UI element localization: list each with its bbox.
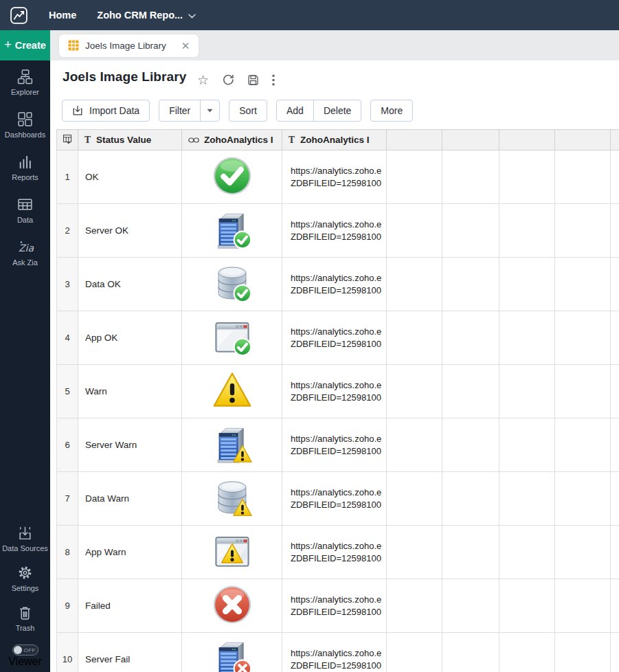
column-header-zohoanalytics-image[interactable]: ZohoAnalytics I	[182, 130, 282, 150]
sidebar-item-reports[interactable]: Reports	[1, 154, 49, 182]
save-icon[interactable]	[247, 74, 259, 86]
empty-cell[interactable]	[499, 204, 555, 258]
sort-button[interactable]: Sort	[229, 100, 267, 122]
create-button[interactable]: + Create	[0, 30, 50, 60]
refresh-icon[interactable]	[222, 74, 234, 86]
empty-cell[interactable]	[499, 526, 555, 579]
empty-cell[interactable]	[442, 150, 499, 204]
sidebar-item-settings[interactable]: Settings	[1, 565, 49, 593]
empty-cell[interactable]	[442, 472, 499, 526]
empty-cell[interactable]	[387, 472, 442, 526]
column-header-zohoanalytics-url[interactable]: T ZohoAnalytics I	[282, 130, 387, 150]
column-header-status-value[interactable]: T Status Value	[78, 130, 182, 150]
image-cell[interactable]	[182, 472, 282, 526]
empty-cell[interactable]	[387, 365, 442, 418]
empty-cell[interactable]	[499, 418, 555, 472]
empty-cell[interactable]	[499, 633, 555, 672]
row-number-cell[interactable]: 5	[57, 365, 78, 418]
empty-cell[interactable]	[499, 472, 555, 526]
empty-cell[interactable]	[442, 633, 499, 672]
row-number-cell[interactable]: 9	[57, 579, 78, 633]
add-button[interactable]: Add	[277, 100, 313, 121]
url-cell[interactable]: https://analytics.zoho.eZDBFILEID=125981…	[282, 365, 387, 418]
url-cell[interactable]: https://analytics.zoho.eZDBFILEID=125981…	[282, 526, 387, 579]
image-cell[interactable]	[182, 579, 282, 633]
delete-button[interactable]: Delete	[313, 100, 361, 121]
empty-cell[interactable]	[611, 633, 619, 672]
empty-cell[interactable]	[387, 150, 442, 204]
empty-cell[interactable]	[387, 526, 442, 579]
tab-close-icon[interactable]: ✕	[181, 41, 190, 51]
empty-cell[interactable]	[555, 258, 611, 311]
empty-cell[interactable]	[499, 311, 555, 365]
row-number-cell[interactable]: 1	[57, 150, 78, 204]
image-cell[interactable]	[182, 418, 282, 472]
status-value-cell[interactable]: Warn	[78, 365, 182, 418]
url-cell[interactable]: https://analytics.zoho.eZDBFILEID=125981…	[282, 633, 387, 672]
empty-cell[interactable]	[499, 579, 555, 633]
empty-cell[interactable]	[555, 633, 611, 672]
sidebar-item-dashboards[interactable]: Dashboards	[1, 111, 49, 139]
empty-column-header[interactable]	[442, 130, 499, 150]
empty-cell[interactable]	[387, 579, 442, 633]
status-value-cell[interactable]: App Warn	[78, 526, 182, 579]
empty-cell[interactable]	[555, 150, 611, 204]
empty-cell[interactable]	[611, 526, 619, 579]
row-number-cell[interactable]: 2	[57, 204, 78, 258]
url-cell[interactable]: https://analytics.zoho.eZDBFILEID=125981…	[282, 418, 387, 472]
empty-cell[interactable]	[611, 311, 619, 365]
empty-cell[interactable]	[387, 258, 442, 311]
url-cell[interactable]: https://analytics.zoho.eZDBFILEID=125981…	[282, 472, 387, 526]
empty-cell[interactable]	[442, 418, 499, 472]
url-cell[interactable]: https://analytics.zoho.eZDBFILEID=125981…	[282, 311, 387, 365]
filter-button[interactable]: Filter	[159, 100, 200, 121]
image-cell[interactable]	[182, 526, 282, 579]
empty-cell[interactable]	[555, 472, 611, 526]
empty-column-header[interactable]	[387, 130, 442, 150]
favorite-star-icon[interactable]: ☆	[197, 74, 209, 87]
image-cell[interactable]	[182, 204, 282, 258]
empty-cell[interactable]	[442, 204, 499, 258]
sidebar-item-explorer[interactable]: Explorer	[1, 69, 49, 97]
status-value-cell[interactable]: Server Fail	[78, 633, 182, 672]
sidebar-item-data-sources[interactable]: Data Sources	[1, 525, 49, 553]
status-value-cell[interactable]: Server Warn	[78, 418, 182, 472]
status-value-cell[interactable]: App OK	[78, 311, 182, 365]
empty-cell[interactable]	[555, 365, 611, 418]
image-cell[interactable]	[182, 150, 282, 204]
url-cell[interactable]: https://analytics.zoho.eZDBFILEID=125981…	[282, 579, 387, 633]
zoho-analytics-logo-icon[interactable]	[10, 6, 28, 25]
filter-dropdown-button[interactable]	[200, 100, 219, 121]
empty-cell[interactable]	[442, 258, 499, 311]
import-data-button[interactable]: Import Data	[62, 100, 150, 122]
empty-cell[interactable]	[442, 311, 499, 365]
empty-cell[interactable]	[611, 365, 619, 418]
empty-cell[interactable]	[387, 633, 442, 672]
row-number-cell[interactable]: 7	[57, 472, 78, 526]
row-number-cell[interactable]: 4	[57, 311, 78, 365]
empty-cell[interactable]	[611, 579, 619, 633]
sidebar-item-trash[interactable]: Trash	[1, 605, 49, 633]
image-cell[interactable]	[182, 365, 282, 418]
image-cell[interactable]	[182, 311, 282, 365]
empty-cell[interactable]	[387, 204, 442, 258]
status-value-cell[interactable]: OK	[78, 150, 182, 204]
empty-cell[interactable]	[499, 365, 555, 418]
empty-cell[interactable]	[611, 150, 619, 204]
empty-cell[interactable]	[442, 579, 499, 633]
empty-cell[interactable]	[499, 258, 555, 311]
url-cell[interactable]: https://analytics.zoho.eZDBFILEID=125981…	[282, 204, 387, 258]
empty-column-header[interactable]	[555, 130, 611, 150]
empty-cell[interactable]	[555, 579, 611, 633]
image-cell[interactable]	[182, 258, 282, 311]
empty-cell[interactable]	[555, 418, 611, 472]
more-button[interactable]: More	[370, 100, 413, 122]
empty-cell[interactable]	[442, 526, 499, 579]
tab-joels-image-library[interactable]: Joels Image Library ✕	[59, 34, 199, 57]
select-all-cell[interactable]	[57, 130, 78, 150]
empty-cell[interactable]	[611, 418, 619, 472]
empty-cell[interactable]	[611, 204, 619, 258]
nav-home[interactable]: Home	[49, 10, 76, 21]
row-number-cell[interactable]: 10	[57, 633, 78, 672]
status-value-cell[interactable]: Data Warn	[78, 472, 182, 526]
